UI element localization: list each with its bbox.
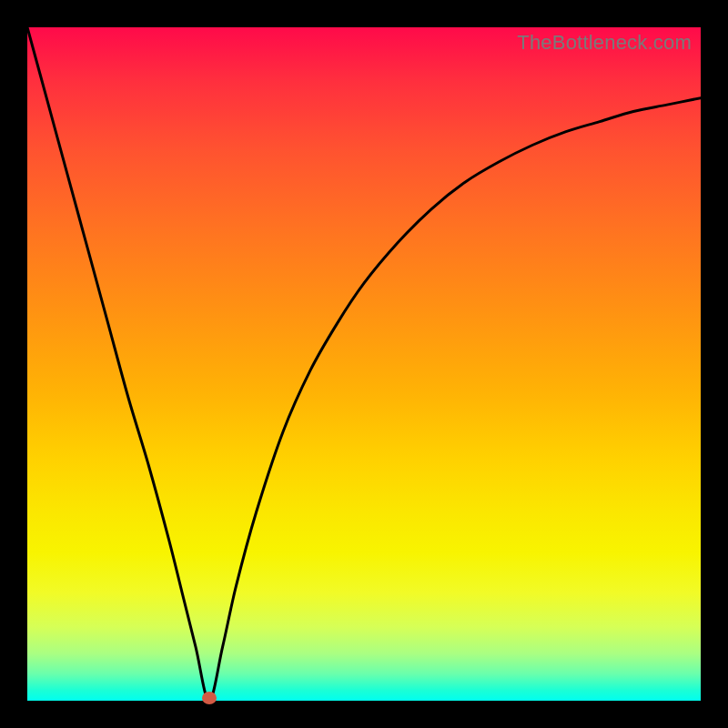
minimum-marker-dot — [202, 692, 217, 704]
plot-area: TheBottleneck.com — [27, 27, 701, 701]
chart-frame: TheBottleneck.com — [0, 0, 728, 728]
curve-path — [27, 27, 701, 701]
bottleneck-curve — [27, 27, 701, 701]
